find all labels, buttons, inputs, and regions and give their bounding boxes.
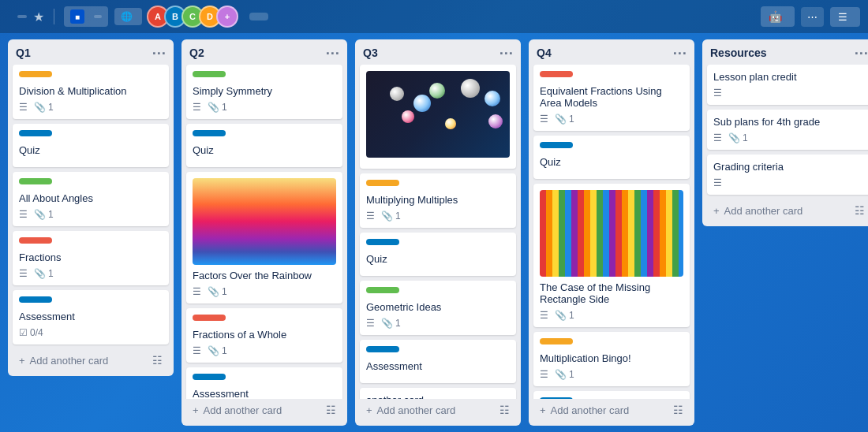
column-body: Division & Multiplication☰📎1QuizAll Abou… — [8, 65, 174, 349]
add-card-button[interactable]: + Add another card ☷ — [707, 199, 868, 222]
topbar: ★ ■ 🌐 A B C D + 🤖 ⋯ ☰ — [0, 0, 868, 33]
description-meta: ☰ — [366, 210, 375, 222]
description-meta: ☰ — [19, 209, 28, 220]
card-meta: ☰📎1 — [193, 286, 336, 297]
card[interactable]: Geometric Ideas☰📎1 — [360, 281, 516, 335]
card[interactable]: The Case of the Missing Rectangle Side☰📎… — [533, 184, 690, 327]
card[interactable]: Assessment☑0/4 — [13, 290, 169, 344]
add-card-button[interactable]: + Add another card ☷ — [13, 349, 169, 371]
attachment-meta: 📎1 — [555, 310, 574, 321]
card-title: Multiplying Multiples — [366, 194, 510, 206]
add-card-button[interactable]: + Add another card ☷ — [533, 399, 690, 421]
invite-button[interactable] — [249, 13, 268, 20]
desc-icon: ☰ — [366, 210, 375, 222]
card-label — [366, 287, 399, 293]
more-button[interactable]: ⋯ — [801, 7, 824, 27]
column-more-button[interactable]: ⋯ — [152, 46, 166, 60]
card-title: The Case of the Missing Rectangle Side — [540, 281, 683, 305]
add-card-label: Add another card — [204, 404, 282, 416]
column-header: Q4 ⋯ — [529, 39, 694, 65]
card-label — [19, 130, 52, 136]
card[interactable]: Grading criteria☰ — [707, 155, 868, 195]
column-more-button[interactable]: ⋯ — [325, 46, 339, 60]
description-meta: ☰ — [193, 102, 201, 113]
column-q1: Q1 ⋯ Division & Multiplication☰📎1QuizAll… — [8, 39, 174, 376]
card-title: Quiz — [540, 156, 683, 168]
desc-icon: ☰ — [193, 345, 201, 356]
card[interactable]: Asssessment — [533, 391, 690, 399]
avatar-group: A B C D + — [152, 6, 238, 28]
card-label — [540, 71, 573, 77]
description-meta: ☰ — [19, 102, 28, 113]
card-title: Sub plans for 4th grade — [713, 116, 865, 128]
card[interactable]: Factors Over the Rainbow☰📎1 — [186, 172, 342, 304]
butler-button[interactable]: 🤖 — [761, 6, 795, 27]
board-link[interactable]: ■ — [64, 6, 108, 27]
desc-icon: ☰ — [19, 209, 28, 220]
avatar[interactable]: + — [216, 6, 238, 28]
card-title: Grading criteria — [713, 161, 865, 173]
card-title: Geometric Ideas — [366, 301, 510, 313]
card[interactable]: Multiplication Bingo!☰📎1 — [533, 332, 690, 386]
card[interactable]: Division & Multiplication☰📎1 — [13, 65, 169, 119]
add-card-button[interactable]: + Add another card ☷ — [186, 399, 342, 421]
attach-icon: 📎 — [208, 102, 219, 113]
card[interactable] — [360, 65, 516, 169]
card[interactable]: Quiz — [360, 233, 516, 276]
star-icon[interactable]: ★ — [33, 9, 44, 24]
card-meta: ☰📎1 — [19, 209, 163, 220]
card[interactable]: another card — [360, 388, 516, 399]
plus-icon: + — [540, 404, 546, 416]
description-meta: ☰ — [540, 369, 548, 380]
attach-icon: 📎 — [381, 210, 393, 222]
card-title: Fractions of a Whole — [193, 329, 336, 341]
show-menu-button[interactable]: ☰ — [830, 7, 860, 27]
card[interactable]: Assessment — [186, 367, 342, 399]
card-label — [366, 239, 399, 245]
card[interactable]: Fractions☰📎1 — [13, 231, 169, 285]
attachment-meta: 📎1 — [208, 286, 227, 297]
attach-icon: 📎 — [381, 318, 393, 329]
card[interactable]: Equivalent Fractions Using Area Models☰📎… — [533, 65, 690, 131]
card-label — [366, 346, 399, 352]
column-more-button[interactable]: ⋯ — [499, 46, 513, 60]
card[interactable]: Multiplying Multiples☰📎1 — [360, 173, 516, 228]
card[interactable]: Quiz — [13, 124, 169, 167]
card[interactable]: Sub plans for 4th grade☰📎1 — [707, 110, 868, 150]
column-more-button[interactable]: ⋯ — [672, 46, 687, 60]
attachment-meta: 📎1 — [34, 102, 54, 113]
card-title: Assessment — [366, 360, 510, 372]
checklist-meta: ☑0/4 — [19, 327, 43, 338]
card-image — [366, 71, 510, 158]
card-label — [540, 338, 573, 344]
attach-icon: 📎 — [555, 369, 567, 380]
attachment-meta: 📎1 — [208, 102, 227, 113]
column-more-button[interactable]: ⋯ — [854, 46, 868, 60]
visibility-button[interactable]: 🌐 — [114, 8, 142, 25]
card[interactable]: Simply Symmetry☰📎1 — [186, 65, 342, 119]
card[interactable]: Quiz — [533, 136, 690, 179]
description-meta: ☰ — [713, 132, 722, 143]
card-label — [19, 178, 52, 184]
column-header: Q3 ⋯ — [355, 39, 521, 65]
card-label — [193, 315, 226, 321]
card-title: Fractions — [19, 251, 163, 263]
card-title: Quiz — [193, 144, 336, 156]
card[interactable]: Quiz — [186, 124, 342, 167]
column-q2: Q2 ⋯ Simply Symmetry☰📎1QuizFactors Over … — [181, 39, 347, 426]
card-title: Simply Symmetry — [193, 85, 336, 97]
desc-icon: ☰ — [540, 369, 548, 380]
card[interactable]: Assessment — [360, 340, 516, 383]
column-header: Resources ⋯ — [702, 39, 868, 65]
card-label — [19, 296, 52, 303]
card[interactable]: Fractions of a Whole☰📎1 — [186, 308, 342, 363]
column-body: Equivalent Fractions Using Area Models☰📎… — [529, 65, 694, 399]
description-meta: ☰ — [540, 310, 548, 321]
column-title: Resources — [710, 47, 767, 59]
attachment-meta: 📎1 — [34, 268, 54, 279]
card[interactable]: Lesson plan credit☰ — [707, 65, 868, 105]
card-label — [366, 180, 399, 186]
card[interactable]: All About Angles☰📎1 — [13, 172, 169, 226]
add-card-button[interactable]: + Add another card ☷ — [360, 399, 516, 421]
card-image — [193, 178, 336, 265]
